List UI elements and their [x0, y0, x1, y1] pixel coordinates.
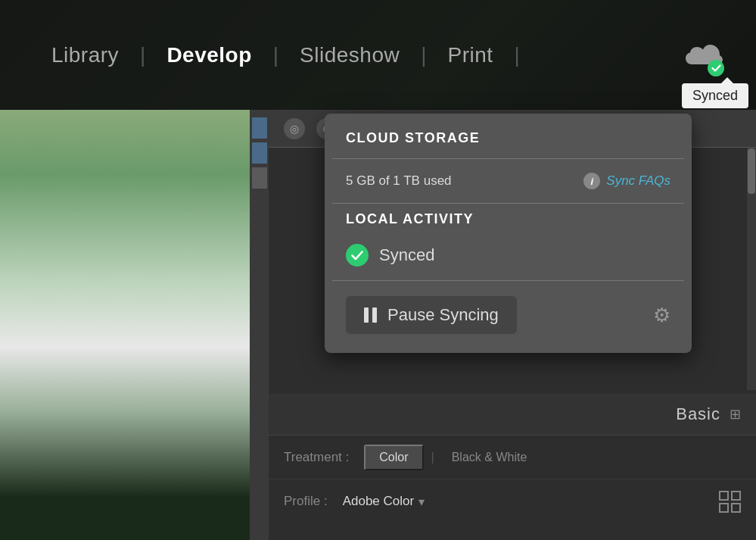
nav-print[interactable]: Print: [427, 43, 515, 67]
grid-cell-2: [731, 491, 741, 501]
local-activity-title: LOCAL ACTIVITY: [325, 204, 692, 238]
basic-grid-icon[interactable]: ⊞: [730, 406, 741, 423]
grid-cell-1: [719, 491, 729, 501]
synced-tooltip: Synced: [682, 83, 748, 108]
sync-faqs-link[interactable]: Sync FAQs: [606, 173, 670, 189]
settings-gear-icon[interactable]: ⚙: [653, 304, 670, 327]
cloud-synced-badge: [708, 60, 724, 76]
synced-label: Synced: [379, 245, 434, 265]
grid-cell-4: [731, 503, 741, 513]
film-strip: [250, 110, 269, 540]
nav-sep-3: |: [421, 43, 426, 67]
pause-syncing-button[interactable]: Pause Syncing: [346, 296, 517, 334]
treatment-label: Treatment :: [284, 450, 349, 465]
pause-button-label: Pause Syncing: [387, 305, 499, 325]
cloud-storage-title: CLOUD STORAGE: [325, 114, 692, 158]
synced-status-row: Synced: [325, 238, 692, 280]
pause-bar-right: [372, 307, 377, 323]
cloud-storage-popup: CLOUD STORAGE 5 GB of 1 TB used i Sync F…: [325, 114, 692, 353]
scroll-bar[interactable]: [747, 148, 756, 390]
storage-used-text: 5 GB of 1 TB used: [346, 173, 452, 189]
top-nav: Library | Develop | Slideshow | Print |: [0, 0, 756, 110]
film-thumb-3[interactable]: [252, 167, 267, 189]
synced-check-icon: [346, 244, 369, 267]
pause-icon: [364, 307, 377, 323]
storage-info-row: 5 GB of 1 TB used i Sync FAQs: [325, 159, 692, 203]
profile-grid-icon[interactable]: [719, 491, 741, 513]
nav-develop[interactable]: Develop: [145, 43, 272, 67]
nav-sep-4: |: [515, 43, 520, 67]
basic-title: Basic: [676, 404, 720, 424]
pause-bar-left: [364, 307, 369, 323]
photo-preview-panel: [0, 110, 269, 540]
treatment-row: Treatment : Color | Black & White: [269, 435, 756, 479]
nav-library[interactable]: Library: [30, 43, 140, 67]
nav-slideshow[interactable]: Slideshow: [278, 43, 421, 67]
profile-row: Profile : Adobe Color ▾: [269, 479, 756, 523]
film-thumb-2[interactable]: [252, 142, 267, 164]
grid-cell-3: [719, 503, 729, 513]
divider-3: [332, 280, 684, 281]
basic-panel-header: Basic ⊞: [269, 394, 756, 435]
color-button[interactable]: Color: [364, 445, 423, 470]
tool-btn-1[interactable]: ◎: [284, 118, 305, 139]
cloud-sync-button[interactable]: [680, 33, 726, 78]
sync-faqs-row: i Sync FAQs: [583, 173, 670, 189]
info-icon: i: [583, 173, 600, 189]
scroll-thumb: [748, 148, 755, 194]
nav-sep-1: |: [140, 43, 145, 67]
profile-label: Profile :: [284, 494, 328, 509]
pause-row: Pause Syncing ⚙: [325, 296, 692, 334]
profile-dropdown-arrow[interactable]: ▾: [418, 495, 425, 509]
film-thumb-1[interactable]: [252, 117, 267, 139]
nav-sep-2: |: [273, 43, 278, 67]
profile-value[interactable]: Adobe Color: [343, 494, 415, 509]
bw-button[interactable]: Black & White: [438, 446, 541, 469]
